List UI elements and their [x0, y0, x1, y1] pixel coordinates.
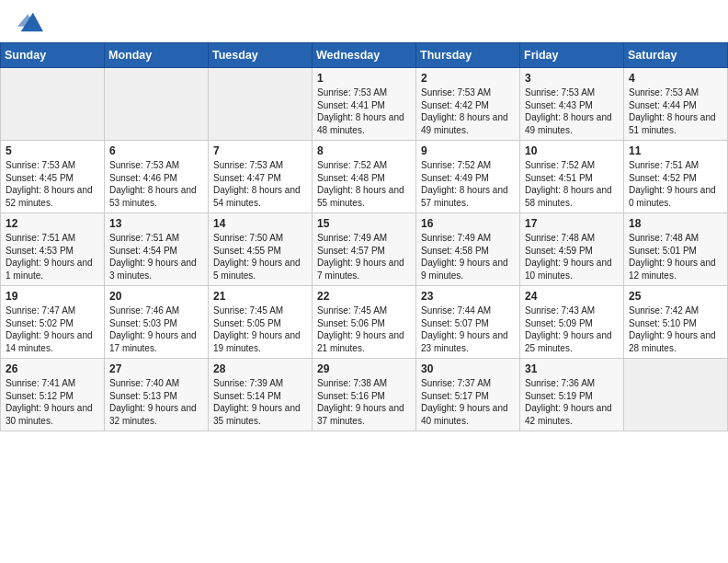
- calendar: SundayMondayTuesdayWednesdayThursdayFrid…: [0, 42, 728, 431]
- day-info: Daylight: 9 hours and 35 minutes.: [213, 402, 307, 427]
- day-info: Sunset: 4:59 PM: [525, 245, 619, 258]
- day-info: Daylight: 9 hours and 9 minutes.: [421, 257, 515, 282]
- day-number: 19: [6, 290, 99, 303]
- calendar-day-cell: 29Sunrise: 7:38 AMSunset: 5:16 PMDayligh…: [313, 359, 416, 431]
- day-number: 22: [317, 290, 411, 303]
- day-of-week-header: Wednesday: [313, 43, 416, 68]
- calendar-week-row: 12Sunrise: 7:51 AMSunset: 4:53 PMDayligh…: [1, 213, 728, 286]
- day-info: Daylight: 8 hours and 49 minutes.: [421, 111, 515, 136]
- day-number: 25: [629, 290, 722, 303]
- day-info: Daylight: 8 hours and 53 minutes.: [109, 184, 203, 209]
- calendar-day-cell: 30Sunrise: 7:37 AMSunset: 5:17 PMDayligh…: [416, 359, 520, 431]
- day-info: Daylight: 9 hours and 30 minutes.: [6, 402, 99, 427]
- day-number: 12: [6, 217, 99, 230]
- day-info: Daylight: 9 hours and 12 minutes.: [629, 257, 722, 282]
- day-info: Sunrise: 7:51 AM: [629, 159, 722, 172]
- day-info: Daylight: 8 hours and 49 minutes.: [525, 111, 619, 136]
- day-info: Daylight: 9 hours and 21 minutes.: [317, 329, 411, 354]
- calendar-day-cell: 17Sunrise: 7:48 AMSunset: 4:59 PMDayligh…: [520, 213, 624, 286]
- calendar-day-cell: 20Sunrise: 7:46 AMSunset: 5:03 PMDayligh…: [105, 286, 209, 359]
- day-info: Daylight: 9 hours and 37 minutes.: [317, 402, 411, 427]
- day-number: 24: [525, 290, 619, 303]
- day-number: 6: [109, 144, 203, 157]
- calendar-day-cell: 22Sunrise: 7:45 AMSunset: 5:06 PMDayligh…: [313, 286, 416, 359]
- day-info: Sunrise: 7:51 AM: [109, 232, 203, 245]
- day-info: Sunrise: 7:53 AM: [629, 86, 722, 99]
- calendar-day-cell: 6Sunrise: 7:53 AMSunset: 4:46 PMDaylight…: [105, 141, 209, 213]
- day-info: Sunset: 4:42 PM: [421, 99, 515, 112]
- day-number: 10: [525, 144, 619, 157]
- day-number: 20: [109, 290, 203, 303]
- day-info: Daylight: 9 hours and 17 minutes.: [109, 329, 203, 354]
- day-number: 3: [525, 72, 619, 85]
- calendar-day-cell: 8Sunrise: 7:52 AMSunset: 4:48 PMDaylight…: [313, 141, 416, 213]
- day-info: Sunset: 5:05 PM: [213, 317, 307, 330]
- day-number: 11: [629, 144, 722, 157]
- calendar-day-cell: [624, 359, 728, 431]
- day-info: Sunrise: 7:45 AM: [213, 304, 307, 317]
- day-info: Daylight: 8 hours and 52 minutes.: [6, 184, 99, 209]
- day-info: Sunrise: 7:53 AM: [213, 159, 307, 172]
- day-info: Daylight: 8 hours and 57 minutes.: [421, 184, 515, 209]
- calendar-day-cell: 13Sunrise: 7:51 AMSunset: 4:54 PMDayligh…: [105, 213, 209, 286]
- day-info: Sunrise: 7:52 AM: [317, 159, 411, 172]
- calendar-day-cell: 4Sunrise: 7:53 AMSunset: 4:44 PMDaylight…: [624, 68, 728, 141]
- calendar-day-cell: 11Sunrise: 7:51 AMSunset: 4:52 PMDayligh…: [624, 141, 728, 213]
- day-info: Daylight: 8 hours and 58 minutes.: [525, 184, 619, 209]
- logo-icon: [17, 9, 43, 35]
- day-number: 16: [421, 217, 515, 230]
- day-of-week-header: Sunday: [1, 43, 105, 68]
- day-number: 14: [213, 217, 307, 230]
- calendar-day-cell: 15Sunrise: 7:49 AMSunset: 4:57 PMDayligh…: [313, 213, 416, 286]
- day-info: Sunset: 4:44 PM: [629, 99, 722, 112]
- day-number: 29: [317, 362, 411, 375]
- day-info: Daylight: 9 hours and 28 minutes.: [629, 329, 722, 354]
- day-number: 2: [421, 72, 515, 85]
- day-info: Sunset: 4:46 PM: [109, 172, 203, 185]
- calendar-week-row: 1Sunrise: 7:53 AMSunset: 4:41 PMDaylight…: [1, 68, 728, 141]
- calendar-day-cell: [209, 68, 313, 141]
- day-number: 13: [109, 217, 203, 230]
- day-info: Daylight: 9 hours and 40 minutes.: [421, 402, 515, 427]
- calendar-day-cell: [105, 68, 209, 141]
- day-info: Sunset: 4:51 PM: [525, 172, 619, 185]
- calendar-day-cell: 1Sunrise: 7:53 AMSunset: 4:41 PMDaylight…: [313, 68, 416, 141]
- day-info: Daylight: 8 hours and 48 minutes.: [317, 111, 411, 136]
- day-info: Daylight: 8 hours and 54 minutes.: [213, 184, 307, 209]
- day-info: Daylight: 9 hours and 1 minute.: [6, 257, 99, 282]
- day-number: 9: [421, 144, 515, 157]
- day-info: Sunrise: 7:48 AM: [629, 232, 722, 245]
- day-info: Sunset: 4:58 PM: [421, 245, 515, 258]
- day-info: Daylight: 9 hours and 7 minutes.: [317, 257, 411, 282]
- day-info: Sunrise: 7:46 AM: [109, 304, 203, 317]
- day-info: Daylight: 8 hours and 55 minutes.: [317, 184, 411, 209]
- day-info: Sunrise: 7:53 AM: [317, 86, 411, 99]
- day-info: Sunset: 4:52 PM: [629, 172, 722, 185]
- calendar-day-cell: 16Sunrise: 7:49 AMSunset: 4:58 PMDayligh…: [416, 213, 520, 286]
- logo: [15, 13, 43, 35]
- calendar-header-row: SundayMondayTuesdayWednesdayThursdayFrid…: [1, 43, 728, 68]
- calendar-day-cell: 5Sunrise: 7:53 AMSunset: 4:45 PMDaylight…: [1, 141, 105, 213]
- calendar-day-cell: 27Sunrise: 7:40 AMSunset: 5:13 PMDayligh…: [105, 359, 209, 431]
- day-info: Sunset: 4:48 PM: [317, 172, 411, 185]
- day-info: Sunset: 5:06 PM: [317, 317, 411, 330]
- calendar-day-cell: 25Sunrise: 7:42 AMSunset: 5:10 PMDayligh…: [624, 286, 728, 359]
- page: SundayMondayTuesdayWednesdayThursdayFrid…: [0, 0, 728, 431]
- day-info: Daylight: 9 hours and 25 minutes.: [525, 329, 619, 354]
- day-info: Sunrise: 7:40 AM: [109, 377, 203, 390]
- header: [0, 0, 728, 42]
- day-info: Sunset: 5:19 PM: [525, 390, 619, 403]
- day-info: Sunrise: 7:48 AM: [525, 232, 619, 245]
- day-info: Sunrise: 7:43 AM: [525, 304, 619, 317]
- day-info: Sunrise: 7:45 AM: [317, 304, 411, 317]
- calendar-day-cell: 26Sunrise: 7:41 AMSunset: 5:12 PMDayligh…: [1, 359, 105, 431]
- day-info: Sunset: 4:53 PM: [6, 245, 99, 258]
- day-info: Sunrise: 7:41 AM: [6, 377, 99, 390]
- day-info: Sunrise: 7:47 AM: [6, 304, 99, 317]
- day-info: Sunset: 4:54 PM: [109, 245, 203, 258]
- calendar-day-cell: 9Sunrise: 7:52 AMSunset: 4:49 PMDaylight…: [416, 141, 520, 213]
- day-info: Sunrise: 7:38 AM: [317, 377, 411, 390]
- day-info: Daylight: 8 hours and 51 minutes.: [629, 111, 722, 136]
- day-number: 1: [317, 72, 411, 85]
- day-number: 30: [421, 362, 515, 375]
